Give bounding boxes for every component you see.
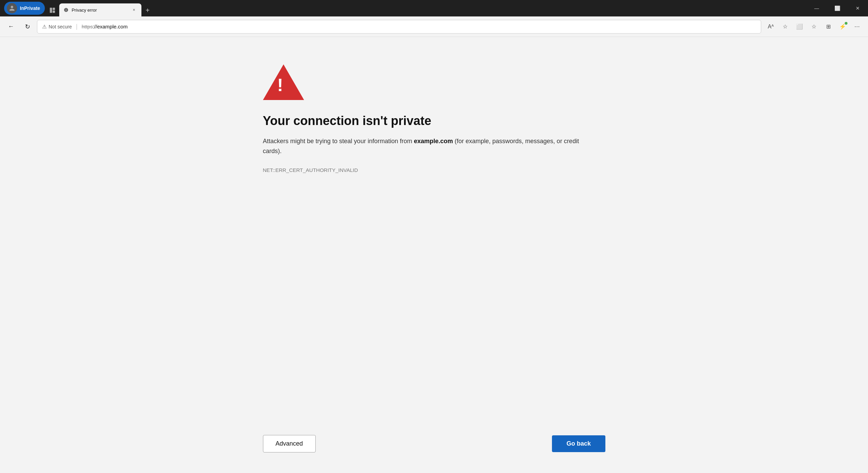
tab-title: Privacy error [72, 8, 128, 13]
error-title: Your connection isn't private [263, 114, 431, 128]
tab-bar: Privacy error × + [46, 0, 806, 16]
url-protocol: https [81, 24, 93, 29]
inprivate-button[interactable]: InPrivate [4, 2, 45, 15]
not-secure-label: Not secure [49, 24, 72, 29]
address-divider: | [76, 23, 78, 30]
tab-close-button[interactable]: × [130, 7, 137, 13]
address-bar[interactable]: ⚠ Not secure | https://example.com [37, 20, 761, 34]
sidebar-button[interactable]: ☆ [807, 20, 821, 34]
not-secure-badge[interactable]: ⚠ Not secure [42, 24, 72, 30]
window-controls: — ⬜ ✕ [806, 0, 868, 16]
maximize-button[interactable]: ⬜ [827, 0, 847, 16]
inprivate-label: InPrivate [20, 5, 40, 11]
split-screen-button[interactable]: ⬜ [793, 20, 806, 34]
error-code: NET::ERR_CERT_AUTHORITY_INVALID [263, 167, 358, 173]
feedback-button[interactable]: ⚡ [836, 20, 850, 34]
not-secure-icon: ⚠ [42, 24, 47, 30]
warning-icon [263, 64, 304, 100]
page-actions: Advanced Go back [263, 421, 605, 452]
page-content: Your connection isn't private Attackers … [0, 37, 868, 473]
url-rest: ://example.com [93, 24, 128, 29]
address-url[interactable]: https://example.com [81, 24, 127, 29]
svg-rect-2 [53, 11, 55, 13]
favorites-button[interactable]: ☆ [778, 20, 792, 34]
go-back-button[interactable]: Go back [552, 435, 605, 452]
read-aloud-button[interactable]: Aᴬ [764, 20, 778, 34]
collections-button[interactable]: ⊞ [821, 20, 835, 34]
title-bar: InPrivate Privacy error × + — ⬜ ✕ [0, 0, 868, 16]
more-button[interactable]: ⋯ [850, 20, 864, 34]
active-tab[interactable]: Privacy error × [59, 3, 141, 16]
nav-actions: Aᴬ ☆ ⬜ ☆ ⊞ ⚡ ⋯ [764, 20, 864, 34]
refresh-button[interactable]: ↻ [21, 20, 34, 34]
error-desc-before: Attackers might be trying to steal your … [263, 138, 414, 145]
error-desc-domain: example.com [414, 138, 453, 145]
feedback-dot [845, 22, 847, 25]
error-description: Attackers might be trying to steal your … [263, 136, 588, 156]
svg-rect-1 [53, 8, 55, 10]
navigation-bar: ← ↻ ⚠ Not secure | https://example.com A… [0, 16, 868, 37]
warning-triangle [263, 64, 304, 100]
minimize-button[interactable]: — [806, 0, 827, 16]
new-tab-button[interactable]: + [141, 4, 154, 16]
tab-layout-icon[interactable] [46, 4, 59, 16]
advanced-button[interactable]: Advanced [263, 435, 316, 452]
inprivate-avatar [7, 3, 17, 13]
tab-favicon [63, 7, 69, 13]
error-container: Your connection isn't private Attackers … [263, 64, 605, 421]
svg-rect-0 [50, 8, 52, 13]
back-button[interactable]: ← [4, 20, 18, 34]
close-button[interactable]: ✕ [847, 0, 868, 16]
